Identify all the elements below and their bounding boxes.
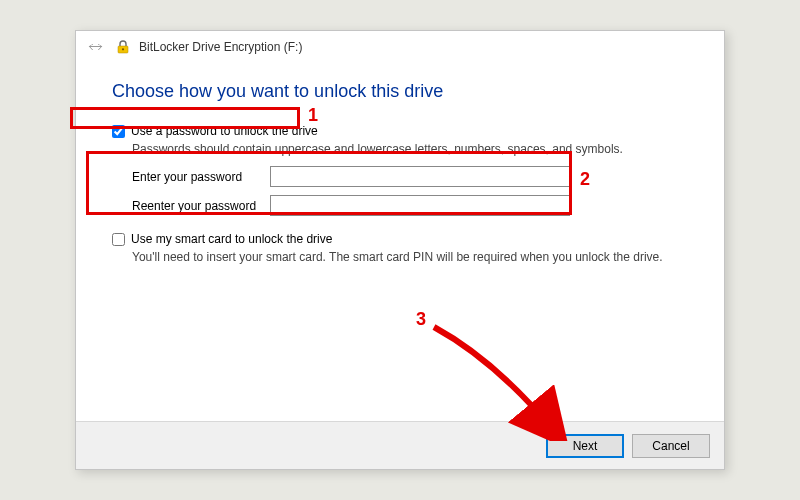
- password-help-text: Passwords should contain uppercase and l…: [132, 142, 688, 156]
- titlebar: 🡘 BitLocker Drive Encryption (F:): [76, 31, 724, 63]
- use-smartcard-checkbox[interactable]: [112, 233, 125, 246]
- next-button[interactable]: Next: [546, 434, 624, 458]
- dialog-footer: Next Cancel: [76, 421, 724, 469]
- dialog-content: Choose how you want to unlock this drive…: [76, 63, 724, 421]
- cancel-button[interactable]: Cancel: [632, 434, 710, 458]
- back-arrow-icon[interactable]: 🡘: [84, 36, 107, 57]
- enter-password-input[interactable]: [270, 166, 570, 187]
- reenter-password-input[interactable]: [270, 195, 570, 216]
- annotation-number-1: 1: [308, 105, 318, 126]
- bitlocker-dialog: 🡘 BitLocker Drive Encryption (F:) Choose…: [75, 30, 725, 470]
- password-fields-block: Enter your password Reenter your passwor…: [132, 166, 688, 216]
- smartcard-option-row: Use my smart card to unlock the drive: [112, 232, 688, 246]
- svg-point-1: [122, 48, 124, 50]
- reenter-password-row: Reenter your password: [132, 195, 688, 216]
- smartcard-help-text: You'll need to insert your smart card. T…: [132, 250, 688, 264]
- enter-password-row: Enter your password: [132, 166, 688, 187]
- use-smartcard-label[interactable]: Use my smart card to unlock the drive: [131, 232, 332, 246]
- password-option-row: Use a password to unlock the drive: [112, 124, 688, 138]
- page-heading: Choose how you want to unlock this drive: [112, 81, 688, 102]
- reenter-password-label: Reenter your password: [132, 199, 262, 213]
- window-title: BitLocker Drive Encryption (F:): [139, 40, 302, 54]
- use-password-label[interactable]: Use a password to unlock the drive: [131, 124, 318, 138]
- bitlocker-icon: [115, 39, 131, 55]
- annotation-number-3: 3: [416, 309, 426, 330]
- use-password-checkbox[interactable]: [112, 125, 125, 138]
- enter-password-label: Enter your password: [132, 170, 262, 184]
